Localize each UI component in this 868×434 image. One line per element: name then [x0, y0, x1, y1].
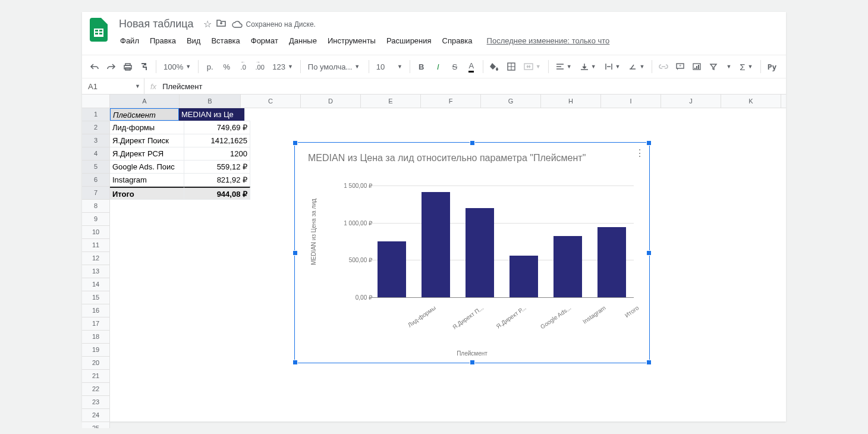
rotate-button[interactable]: ▼ — [625, 58, 648, 75]
cell[interactable]: Плейсмент — [110, 108, 179, 121]
merge-button[interactable]: ▼ — [520, 58, 545, 75]
row-header-11[interactable]: 11 — [82, 239, 109, 252]
cell[interactable]: Я.Директ РСЯ — [110, 147, 184, 160]
row-header-2[interactable]: 2 — [82, 121, 109, 134]
halign-button[interactable]: ▼ — [552, 58, 575, 75]
row-header-9[interactable]: 9 — [82, 213, 109, 226]
apps-script-button[interactable]: Py — [765, 58, 780, 75]
strike-button[interactable]: S — [447, 58, 463, 75]
row-header-20[interactable]: 20 — [82, 357, 109, 370]
formula-input[interactable]: Плейсмент — [162, 82, 202, 91]
cell[interactable]: Instagram — [110, 174, 184, 186]
col-header-A[interactable]: A — [110, 95, 180, 108]
col-header-G[interactable]: G — [481, 95, 541, 108]
print-button[interactable] — [120, 58, 136, 75]
doc-title[interactable]: Новая таблица — [115, 17, 197, 32]
menu-Данные[interactable]: Данные — [284, 34, 322, 48]
chart-bar[interactable] — [510, 256, 538, 297]
row-header-4[interactable]: 4 — [82, 147, 109, 161]
insert-chart-button[interactable] — [689, 58, 705, 75]
row-header-15[interactable]: 15 — [82, 291, 109, 304]
row-header-1[interactable]: 1 — [82, 108, 109, 121]
move-icon[interactable] — [216, 18, 226, 30]
cell[interactable]: MEDIAN из Це — [179, 108, 245, 121]
menu-Инструменты[interactable]: Инструменты — [323, 34, 380, 48]
font-size-select[interactable]: 10▼ — [373, 58, 406, 75]
chart-bar[interactable] — [422, 192, 450, 297]
cell[interactable]: Лид-формы — [110, 121, 184, 134]
row-header-6[interactable]: 6 — [82, 174, 109, 187]
cell[interactable]: 944,08 ₽ — [184, 187, 250, 199]
sheets-logo[interactable] — [87, 18, 111, 42]
menu-Расширения[interactable]: Расширения — [382, 34, 436, 48]
row-header-16[interactable]: 16 — [82, 304, 109, 317]
row-header-12[interactable]: 12 — [82, 252, 109, 265]
row-header-3[interactable]: 3 — [82, 134, 109, 147]
cell[interactable]: 749,69 ₽ — [184, 121, 250, 134]
row-header-7[interactable]: 7 — [82, 187, 109, 200]
fill-color-button[interactable] — [487, 58, 502, 75]
row-header-22[interactable]: 22 — [82, 383, 109, 396]
resize-handle[interactable] — [646, 360, 652, 365]
row-header-8[interactable]: 8 — [82, 200, 109, 213]
resize-handle[interactable] — [646, 250, 652, 256]
row-header-23[interactable]: 23 — [82, 396, 109, 409]
comment-button[interactable]: + — [672, 58, 688, 75]
col-header-H[interactable]: H — [541, 95, 601, 108]
italic-button[interactable]: I — [430, 58, 446, 75]
cell[interactable]: Я.Директ Поиск — [110, 134, 184, 147]
name-box[interactable]: A1▼ — [82, 78, 144, 94]
format-percent-button[interactable]: % — [219, 58, 234, 75]
col-header-D[interactable]: D — [301, 95, 361, 108]
font-select[interactable]: По умолча...▼ — [304, 58, 365, 75]
col-header-C[interactable]: C — [241, 95, 301, 108]
star-icon[interactable]: ☆ — [203, 18, 212, 30]
row-header-19[interactable]: 19 — [82, 344, 109, 357]
row-header-24[interactable]: 24 — [82, 409, 109, 422]
more-formats-button[interactable]: 123▼ — [269, 58, 297, 75]
menu-Правка[interactable]: Правка — [145, 34, 181, 48]
cell[interactable]: 1412,1625 — [184, 134, 250, 147]
redo-button[interactable] — [103, 58, 119, 75]
col-header-F[interactable]: F — [421, 95, 481, 108]
chart-bar[interactable] — [466, 208, 494, 297]
resize-handle[interactable] — [293, 140, 298, 146]
functions-button[interactable]: Σ▼ — [736, 58, 756, 75]
resize-handle[interactable] — [470, 140, 475, 146]
cell[interactable]: 1200 — [184, 147, 250, 160]
col-header-I[interactable]: I — [601, 95, 661, 108]
last-edit-link[interactable]: Последнее изменение: только что — [482, 34, 615, 48]
cell[interactable]: Итого — [110, 187, 184, 199]
row-header-14[interactable]: 14 — [82, 278, 109, 291]
cell[interactable]: 559,12 ₽ — [184, 161, 250, 173]
row-header-21[interactable]: 21 — [82, 370, 109, 383]
select-all-corner[interactable] — [82, 95, 110, 108]
col-header-B[interactable]: B — [180, 95, 241, 108]
chart[interactable]: ⋮ MEDIAN из Цена за лид относительно пар… — [294, 142, 650, 363]
resize-handle[interactable] — [293, 250, 298, 256]
chart-bar[interactable] — [597, 227, 626, 297]
resize-handle[interactable] — [293, 360, 298, 365]
filter-button[interactable] — [706, 58, 721, 75]
row-header-25[interactable]: 25 — [82, 422, 109, 428]
chart-bar[interactable] — [378, 241, 406, 297]
menu-Вставка[interactable]: Вставка — [206, 34, 244, 48]
decrease-decimal-button[interactable]: .0← — [235, 58, 251, 75]
bold-button[interactable]: B — [414, 58, 429, 75]
col-header-E[interactable]: E — [361, 95, 421, 108]
wrap-button[interactable]: ▼ — [601, 58, 624, 75]
link-button[interactable] — [656, 58, 671, 75]
format-currency-button[interactable]: р. — [202, 58, 218, 75]
menu-Вид[interactable]: Вид — [182, 34, 206, 48]
text-color-button[interactable]: A — [464, 58, 479, 75]
borders-button[interactable] — [504, 58, 519, 75]
row-header-13[interactable]: 13 — [82, 265, 109, 278]
cell[interactable]: 821,92 ₽ — [184, 174, 250, 186]
undo-button[interactable] — [87, 58, 102, 75]
col-header-K[interactable]: K — [721, 95, 781, 108]
paint-format-button[interactable] — [137, 58, 152, 75]
filter-views-button[interactable]: ▼ — [722, 58, 735, 75]
chart-menu-icon[interactable]: ⋮ — [635, 147, 644, 159]
row-header-5[interactable]: 5 — [82, 161, 109, 174]
col-header-J[interactable]: J — [661, 95, 721, 108]
